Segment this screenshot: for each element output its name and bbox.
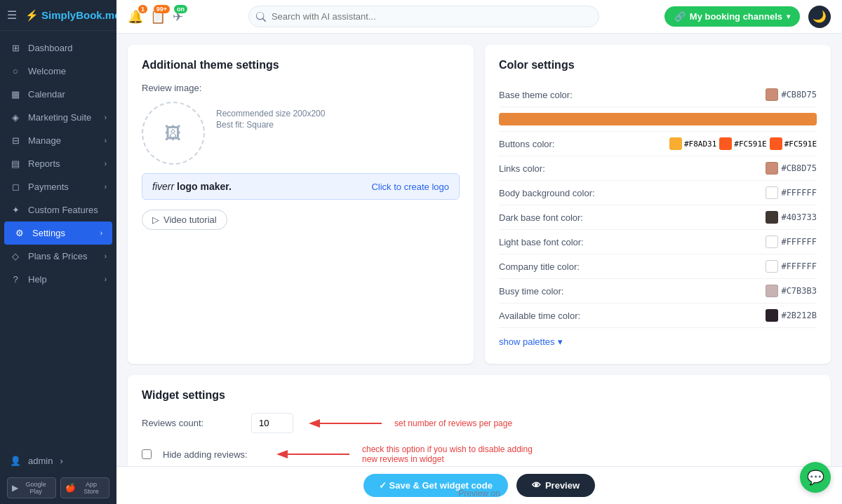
help-icon: ? (10, 274, 21, 285)
calendar-icon: ▦ (10, 89, 21, 100)
search-input[interactable] (248, 6, 599, 27)
review-image-area: 🖼 Recommended size 200x200 Best fit: Squ… (142, 102, 460, 165)
company-title-label: Company title color: (499, 261, 766, 272)
sidebar-item-manage[interactable]: ⊟ Manage › (0, 129, 116, 152)
company-title-swatch[interactable] (766, 260, 778, 273)
video-tutorial-button[interactable]: ▷ Video tutorial (142, 210, 227, 230)
settings-icon: ⚙ (14, 228, 25, 238)
click-to-create-link[interactable]: Click to create logo (371, 182, 449, 192)
arrow-annotation-2 (272, 447, 356, 461)
chevron-down-icon: ▾ (787, 13, 790, 20)
hide-reviews-checkbox[interactable] (142, 449, 152, 459)
fiverr-banner: fiverr logo maker. Click to create logo (142, 173, 460, 200)
chat-bubble[interactable]: 💬 (800, 462, 831, 493)
button-swatch-3: #FC591E (770, 137, 817, 150)
sidebar-item-dashboard[interactable]: ⊞ Dashboard (0, 36, 116, 60)
additional-theme-title: Additional theme settings (142, 59, 460, 71)
buttons-color-row: Buttons color: #F8AD31 #FC591E #FC591 (499, 132, 817, 156)
page-content: Additional theme settings Review image: … (116, 34, 842, 466)
light-font-swatch[interactable] (766, 236, 778, 248)
sidebar-item-custom-features[interactable]: ✦ Custom Features (0, 198, 116, 222)
sidebar-item-welcome[interactable]: ○ Welcome (0, 60, 116, 83)
arrow-annotation-1 (305, 416, 389, 430)
on-badge: on (174, 5, 187, 13)
dark-mode-button[interactable]: 🌙 (808, 6, 831, 28)
custom-features-icon: ✦ (10, 205, 21, 215)
reviews-count-input[interactable] (251, 413, 293, 433)
notification-bell[interactable]: 🔔 1 (128, 9, 143, 25)
send-icon[interactable]: ✈ on (173, 9, 183, 25)
show-palettes-button[interactable]: show palettes ▾ (499, 336, 563, 347)
store-buttons: ▶ Google Play 🍎 App Store (0, 472, 116, 504)
apple-icon: 🍎 (65, 483, 76, 493)
base-theme-label: Base theme color: (499, 90, 766, 100)
admin-icon: 👤 (10, 456, 21, 466)
links-swatch[interactable] (766, 162, 778, 175)
app-store-button[interactable]: 🍎 App Store (60, 477, 109, 498)
chevron-right-icon: › (105, 137, 107, 144)
base-theme-color-row: Base theme color: #CB8D75 (499, 83, 817, 107)
chevron-right-icon: › (105, 114, 107, 121)
sidebar-item-calendar[interactable]: ▦ Calendar (0, 83, 116, 106)
links-color-label: Links color: (499, 163, 766, 174)
button-swatch-1: #F8AD31 (669, 137, 716, 150)
show-palettes-row: show palettes ▾ (499, 328, 817, 350)
play-icon: ▷ (152, 214, 159, 225)
reports-icon: ▤ (10, 158, 21, 169)
dark-font-swatch[interactable] (766, 211, 778, 224)
sidebar-item-help[interactable]: ? Help › (0, 268, 116, 291)
google-play-icon: ▶ (12, 483, 18, 493)
search-bar[interactable] (248, 6, 599, 27)
preview-button[interactable]: 👁 Preview (516, 474, 595, 497)
chevron-right-icon: › (105, 183, 107, 191)
busy-time-value: #C7B3B3 (766, 285, 817, 297)
available-time-value: #2B212B (766, 309, 817, 322)
busy-time-swatch[interactable] (766, 285, 778, 297)
light-font-row: Light base font color: #FFFFFF (499, 230, 817, 254)
available-time-swatch[interactable] (766, 309, 778, 322)
color-settings-card: Color settings Base theme color: #CB8D75… (485, 45, 831, 364)
hide-reviews-row: Hide adding reviews: check this option i… (142, 444, 817, 464)
dark-font-row: Dark base font color: #403733 (499, 205, 817, 230)
base-theme-value: #CB8D75 (766, 88, 817, 101)
buttons-color-label: Buttons color: (499, 139, 669, 149)
available-time-row: Available time color: #2B212B (499, 304, 817, 328)
body-bg-row: Body background color: #FFFFFF (499, 181, 817, 205)
fiverr-logo: fiverr logo maker. (152, 181, 232, 192)
chevron-down-icon: ▾ (558, 336, 563, 347)
base-color-bar[interactable] (499, 113, 817, 125)
busy-time-row: Busy time color: #C7B3B3 (499, 279, 817, 304)
sidebar-item-admin[interactable]: 👤 admin › (0, 450, 116, 472)
chevron-right-icon: › (105, 275, 107, 283)
annotation-2: check this option if you wish to disable… (272, 444, 817, 464)
sidebar-item-payments[interactable]: ◻ Payments › (0, 175, 116, 198)
tasks-button[interactable]: 📋 99+ (150, 9, 166, 25)
preview-on-label: Preview on (458, 489, 500, 498)
main-content: 🔔 1 📋 99+ ✈ on 🔗 My booking channels ▾ 🌙 (116, 0, 842, 504)
sidebar-item-reports[interactable]: ▤ Reports › (0, 152, 116, 175)
sidebar-item-plans-prices[interactable]: ◇ Plans & Prices › (0, 245, 116, 268)
google-play-button[interactable]: ▶ Google Play (7, 477, 56, 498)
annotation-1: set number of reviews per page (305, 416, 817, 430)
image-placeholder[interactable]: 🖼 (142, 102, 205, 165)
base-theme-swatch[interactable] (766, 88, 778, 101)
widget-settings-card: Widget settings Reviews count: set numbe… (128, 375, 831, 466)
color-settings-title: Color settings (499, 59, 817, 71)
two-column-layout: Additional theme settings Review image: … (128, 45, 831, 364)
body-bg-swatch[interactable] (766, 186, 778, 199)
chevron-right-icon: › (100, 229, 102, 237)
welcome-icon: ○ (10, 66, 21, 76)
additional-theme-card: Additional theme settings Review image: … (128, 45, 474, 364)
sidebar-navigation: ⊞ Dashboard ○ Welcome ▦ Calendar ◈ Marke… (0, 31, 116, 450)
button-swatch-2: #FC591E (719, 137, 766, 150)
light-font-value: #FFFFFF (766, 236, 817, 248)
hamburger-icon[interactable]: ☰ (7, 8, 17, 22)
sidebar-item-settings[interactable]: ⚙ Settings › (4, 222, 112, 245)
payments-icon: ◻ (10, 182, 21, 192)
reviews-count-label: Reviews count: (142, 418, 240, 428)
company-title-value: #FFFFFF (766, 260, 817, 273)
booking-channels-button[interactable]: 🔗 My booking channels ▾ (664, 6, 800, 27)
available-time-label: Available time color: (499, 311, 766, 321)
bottom-bar: ✓ Save & Get widget code 👁 Preview Previ… (116, 466, 842, 504)
sidebar-item-marketing-suite[interactable]: ◈ Marketing Suite › (0, 106, 116, 129)
